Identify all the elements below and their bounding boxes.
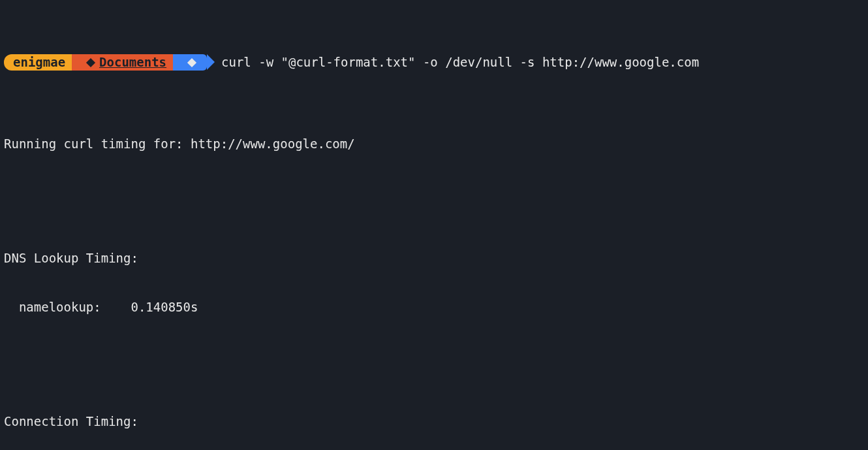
prompt-user-segment: enigmae	[4, 54, 72, 71]
prompt-git-segment	[173, 54, 207, 71]
blank-line	[4, 185, 864, 201]
terminal[interactable]: enigmae Documents curl -w "@curl-format.…	[0, 0, 868, 450]
branch-icon	[187, 57, 196, 67]
prompt-user: enigmae	[13, 54, 65, 71]
prompt-row: enigmae Documents curl -w "@curl-format.…	[4, 54, 864, 71]
running-prefix: Running curl timing for:	[4, 137, 191, 151]
kv-row: namelookup:0.140850s	[4, 299, 864, 315]
folder-icon	[86, 57, 95, 67]
running-line: Running curl timing for: http://www.goog…	[4, 136, 864, 152]
prompt-dir: Documents	[99, 54, 166, 71]
prompt-dir-segment: Documents	[72, 54, 173, 71]
command-line[interactable]: curl -w "@curl-format.txt" -o /dev/null …	[221, 54, 699, 71]
blank-line	[4, 348, 864, 364]
running-url: http://www.google.com/	[191, 137, 355, 151]
section-title-conn: Connection Timing:	[4, 413, 864, 430]
kv-value: 0.140850s	[131, 300, 198, 314]
section-title-dns: DNS Lookup Timing:	[4, 250, 864, 266]
kv-key: namelookup:	[19, 299, 131, 315]
